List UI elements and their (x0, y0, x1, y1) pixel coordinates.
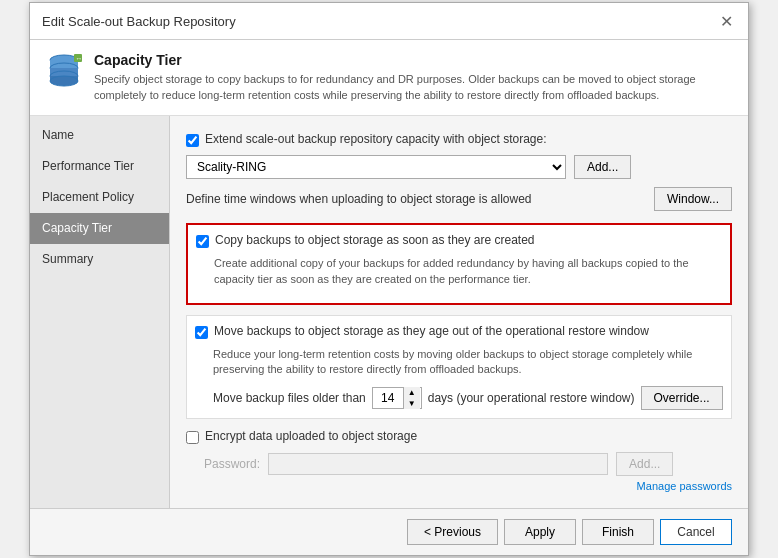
spinner-down[interactable]: ▼ (404, 398, 420, 409)
copy-description: Create additional copy of your backups f… (214, 256, 722, 287)
previous-button[interactable]: < Previous (407, 519, 498, 545)
copy-checkbox-row: Copy backups to object storage as soon a… (196, 233, 722, 248)
manage-passwords-link[interactable]: Manage passwords (186, 480, 732, 492)
sidebar-item-placement-policy[interactable]: Placement Policy (30, 182, 169, 213)
password-input[interactable] (268, 453, 608, 475)
override-button[interactable]: Override... (641, 386, 723, 410)
spinner-up[interactable]: ▲ (404, 387, 420, 398)
move-description: Reduce your long-term retention costs by… (213, 347, 723, 378)
window-label: Define time windows when uploading to ob… (186, 192, 532, 206)
title-bar-left: Edit Scale-out Backup Repository (42, 14, 236, 29)
move-section: Move backups to object storage as they a… (186, 315, 732, 419)
dialog: Edit Scale-out Backup Repository ✕ ↔ Cap… (29, 2, 749, 555)
content-area: Extend scale-out backup repository capac… (170, 116, 748, 508)
move-days-row: Move backup files older than ▲ ▼ days (y… (213, 386, 723, 410)
svg-text:↔: ↔ (76, 55, 83, 62)
sidebar-item-capacity-tier[interactable]: Capacity Tier (30, 213, 169, 244)
sidebar-item-summary[interactable]: Summary (30, 244, 169, 275)
finish-button[interactable]: Finish (582, 519, 654, 545)
password-label: Password: (204, 457, 260, 471)
encrypt-add-button[interactable]: Add... (616, 452, 673, 476)
extend-checkbox[interactable] (186, 134, 199, 147)
storage-dropdown[interactable]: Scality-RING (186, 155, 566, 179)
days-input[interactable] (373, 388, 403, 408)
move-suffix: days (your operational restore window) (428, 391, 635, 405)
spinner-buttons: ▲ ▼ (403, 387, 420, 409)
sidebar-item-name[interactable]: Name (30, 120, 169, 151)
dialog-title: Edit Scale-out Backup Repository (42, 14, 236, 29)
copy-checkbox[interactable] (196, 235, 209, 248)
header-description: Specify object storage to copy backups t… (94, 72, 732, 103)
window-button[interactable]: Window... (654, 187, 732, 211)
sidebar-item-performance-tier[interactable]: Performance Tier (30, 151, 169, 182)
encrypt-section: Encrypt data uploaded to object storage … (186, 429, 732, 492)
move-checkbox-row: Move backups to object storage as they a… (195, 324, 723, 339)
move-checkbox[interactable] (195, 326, 208, 339)
header-title: Capacity Tier (94, 52, 732, 68)
encrypt-checkbox-row: Encrypt data uploaded to object storage (186, 429, 732, 444)
encrypt-label[interactable]: Encrypt data uploaded to object storage (205, 429, 417, 443)
header-text: Capacity Tier Specify object storage to … (94, 52, 732, 103)
move-prefix: Move backup files older than (213, 391, 366, 405)
footer: < Previous Apply Finish Cancel (30, 508, 748, 555)
apply-button[interactable]: Apply (504, 519, 576, 545)
password-row: Password: Add... (204, 452, 732, 476)
close-button[interactable]: ✕ (716, 11, 736, 31)
move-label[interactable]: Move backups to object storage as they a… (214, 324, 649, 338)
window-row: Define time windows when uploading to ob… (186, 187, 732, 211)
header-section: ↔ Capacity Tier Specify object storage t… (30, 40, 748, 116)
storage-dropdown-row: Scality-RING Add... (186, 155, 732, 179)
cancel-button[interactable]: Cancel (660, 519, 732, 545)
days-spinner: ▲ ▼ (372, 387, 422, 409)
copy-label[interactable]: Copy backups to object storage as soon a… (215, 233, 535, 247)
svg-point-6 (50, 76, 78, 86)
sidebar: Name Performance Tier Placement Policy C… (30, 116, 170, 508)
copy-section: Copy backups to object storage as soon a… (186, 223, 732, 305)
add-storage-button[interactable]: Add... (574, 155, 631, 179)
encrypt-checkbox[interactable] (186, 431, 199, 444)
database-icon: ↔ (46, 52, 82, 88)
extend-checkbox-row: Extend scale-out backup repository capac… (186, 132, 732, 147)
body: Name Performance Tier Placement Policy C… (30, 116, 748, 508)
title-bar: Edit Scale-out Backup Repository ✕ (30, 3, 748, 40)
extend-label[interactable]: Extend scale-out backup repository capac… (205, 132, 547, 146)
